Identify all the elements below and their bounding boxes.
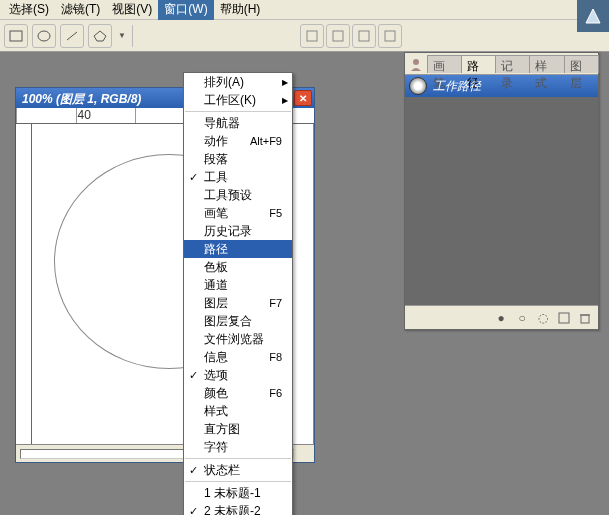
- tool-extra-2[interactable]: [326, 24, 350, 48]
- menu-item-12[interactable]: 通道: [184, 276, 292, 294]
- app-logo: [577, 0, 609, 32]
- menu-item-5[interactable]: 段落: [184, 150, 292, 168]
- delete-path-icon[interactable]: [576, 309, 594, 327]
- svg-rect-5: [333, 31, 343, 41]
- menu-item-6[interactable]: 工具: [184, 168, 292, 186]
- panel-header[interactable]: 画笔路径记录样式图层: [405, 53, 598, 75]
- panel-body: 工作路径: [405, 75, 598, 305]
- panel-tab-0[interactable]: 画笔: [427, 55, 462, 73]
- tool-rect-icon[interactable]: [4, 24, 28, 48]
- menu-item-13[interactable]: 图层F7: [184, 294, 292, 312]
- workspace: 100% (图层 1, RGB/8) ✕ 401 排列(A)工作区(K)导航器动…: [0, 52, 609, 515]
- svg-point-8: [413, 59, 419, 65]
- menu-item-10[interactable]: 路径: [184, 240, 292, 258]
- menu-item-7[interactable]: 工具预设: [184, 186, 292, 204]
- svg-line-2: [67, 32, 77, 40]
- stroke-path-icon[interactable]: ○: [513, 309, 531, 327]
- svg-rect-10: [581, 315, 589, 323]
- menu-item-21[interactable]: 字符: [184, 438, 292, 456]
- tool-polygon-icon[interactable]: [88, 24, 112, 48]
- menu-item-0[interactable]: 排列(A): [184, 73, 292, 91]
- menu-item-3[interactable]: 导航器: [184, 114, 292, 132]
- paths-panel: 画笔路径记录样式图层 工作路径 ● ○ ◌: [404, 52, 599, 330]
- svg-rect-9: [559, 313, 569, 323]
- menu-item-26[interactable]: 2 未标题-2: [184, 502, 292, 515]
- tool-extra-3[interactable]: [352, 24, 376, 48]
- selection-icon[interactable]: ◌: [534, 309, 552, 327]
- menu-select[interactable]: 选择(S): [3, 0, 55, 20]
- ruler-vertical: [16, 124, 32, 444]
- menu-item-8[interactable]: 画笔F5: [184, 204, 292, 222]
- svg-rect-6: [359, 31, 369, 41]
- svg-rect-0: [10, 31, 22, 41]
- menu-item-16[interactable]: 信息F8: [184, 348, 292, 366]
- menu-item-20[interactable]: 直方图: [184, 420, 292, 438]
- menu-item-14[interactable]: 图层复合: [184, 312, 292, 330]
- menu-view[interactable]: 视图(V): [106, 0, 158, 20]
- tool-ellipse-icon[interactable]: [32, 24, 56, 48]
- menu-item-23[interactable]: 状态栏: [184, 461, 292, 479]
- menu-item-4[interactable]: 动作Alt+F9: [184, 132, 292, 150]
- panel-user-icon: [405, 53, 427, 75]
- panel-tab-2[interactable]: 记录: [495, 55, 530, 73]
- new-path-icon[interactable]: [555, 309, 573, 327]
- svg-rect-4: [307, 31, 317, 41]
- svg-point-1: [38, 31, 50, 41]
- menu-item-18[interactable]: 颜色F6: [184, 384, 292, 402]
- menu-item-25[interactable]: 1 未标题-1: [184, 484, 292, 502]
- menu-item-15[interactable]: 文件浏览器: [184, 330, 292, 348]
- window-menu-dropdown: 排列(A)工作区(K)导航器动作Alt+F9段落工具工具预设画笔F5历史记录路径…: [183, 72, 293, 515]
- panel-tab-1[interactable]: 路径: [461, 55, 496, 73]
- close-icon[interactable]: ✕: [294, 90, 312, 106]
- svg-marker-3: [94, 31, 106, 41]
- panel-tabs: 画笔路径记录样式图层: [427, 55, 598, 73]
- menu-item-17[interactable]: 选项: [184, 366, 292, 384]
- menubar: 选择(S) 滤镜(T) 视图(V) 窗口(W) 帮助(H): [0, 0, 609, 20]
- menu-item-9[interactable]: 历史记录: [184, 222, 292, 240]
- svg-rect-7: [385, 31, 395, 41]
- tool-extra-1[interactable]: [300, 24, 324, 48]
- menu-item-1[interactable]: 工作区(K): [184, 91, 292, 109]
- tool-line-icon[interactable]: [60, 24, 84, 48]
- menu-filter[interactable]: 滤镜(T): [55, 0, 106, 20]
- panel-footer: ● ○ ◌: [405, 305, 598, 329]
- dropdown-arrow-icon[interactable]: ▼: [118, 31, 126, 40]
- options-bar: ▼: [0, 20, 609, 52]
- path-thumbnail-icon: [409, 77, 427, 95]
- tool-extra-4[interactable]: [378, 24, 402, 48]
- menu-help[interactable]: 帮助(H): [214, 0, 267, 20]
- panel-tab-3[interactable]: 样式: [529, 55, 564, 73]
- menu-item-11[interactable]: 色板: [184, 258, 292, 276]
- menu-item-19[interactable]: 样式: [184, 402, 292, 420]
- panel-tab-4[interactable]: 图层: [564, 55, 599, 73]
- menu-window[interactable]: 窗口(W): [158, 0, 213, 20]
- path-item-label: 工作路径: [433, 78, 481, 95]
- fill-path-icon[interactable]: ●: [492, 309, 510, 327]
